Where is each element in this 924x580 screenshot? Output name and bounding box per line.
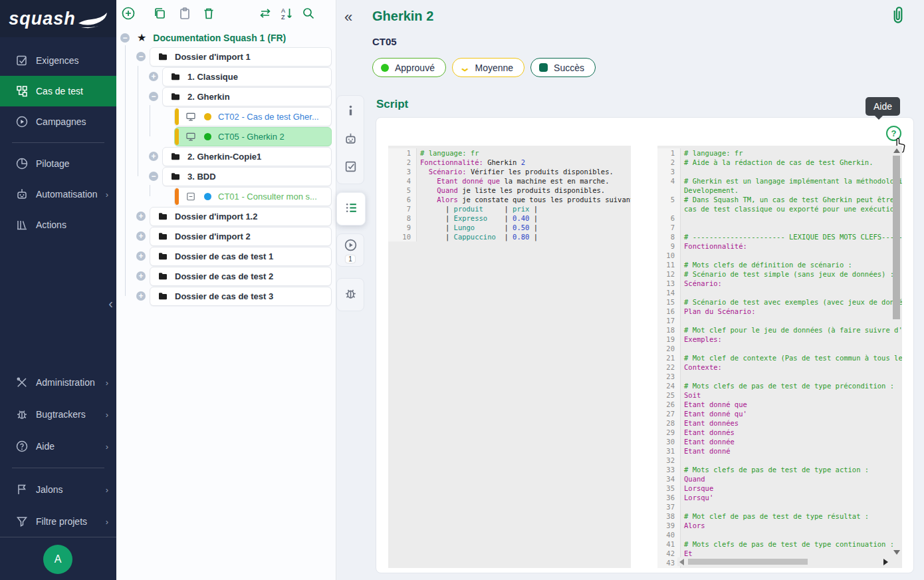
vertical-scrollbar[interactable] [892, 147, 901, 556]
code-text: Etant données [681, 418, 902, 428]
tree-expander-minus[interactable]: − [136, 52, 146, 61]
tree-rows: − Dossier d'import 1 + 1. Classique − 2.… [116, 0, 336, 580]
chevron-right-icon: › [106, 378, 108, 388]
tree-row[interactable]: 3. BDD [162, 167, 332, 186]
tree-expander-plus[interactable]: + [136, 291, 146, 301]
sidebar-item-administration[interactable]: Administration › [0, 366, 116, 398]
line-number: 24 [657, 381, 681, 390]
tree-expander-plus[interactable]: + [136, 231, 146, 241]
badge-moyenne[interactable]: ⌄Moyenne [452, 58, 524, 77]
tree-expander-plus[interactable]: + [136, 251, 146, 261]
tab-play-circle-icon[interactable]: 1 [338, 236, 363, 264]
importance-bar [175, 188, 179, 205]
tree-expander-minus[interactable]: − [149, 92, 158, 101]
chevron-right-icon: › [106, 485, 108, 495]
tree-row[interactable]: CT02 - Cas de test Gher... [174, 107, 332, 126]
help-tooltip: Aide [866, 97, 900, 116]
editor-line: 15 # Scénario de test avec exemples (ave… [657, 297, 902, 307]
sidebar-item-bugtrackers[interactable]: Bugtrackers › [0, 398, 116, 430]
vertical-scroll-thumb[interactable] [893, 156, 900, 319]
tree-row[interactable]: Dossier de cas de test 1 [150, 247, 332, 266]
tree-expander-plus[interactable]: + [136, 271, 146, 281]
code-text: # Mots clefs de pas de test de type acti… [681, 465, 902, 474]
sidebar-item-pilotage[interactable]: Pilotage [0, 148, 116, 179]
folder-icon [170, 72, 181, 82]
sidebar-item-campagnes[interactable]: Campagnes [0, 106, 116, 137]
tree-expander-minus[interactable]: − [149, 172, 158, 181]
tree-row[interactable]: Dossier d'import 2 [150, 227, 332, 246]
horizontal-scroll-thumb[interactable] [688, 559, 808, 565]
user-avatar[interactable]: A [43, 545, 72, 574]
line-number: 42 [657, 549, 681, 558]
tab-robot-icon[interactable] [338, 126, 363, 154]
sidebar-item-actions[interactable]: Actions [0, 210, 116, 240]
scroll-left-arrow[interactable] [679, 559, 684, 565]
line-number: 8 [657, 232, 681, 241]
sidebar-item-aide[interactable]: Aide › [0, 430, 116, 462]
scroll-up-arrow[interactable] [893, 148, 900, 153]
code-text: Et [681, 549, 902, 558]
sidebar-item-filtre-projets[interactable]: Filtre projets › [0, 506, 116, 537]
tree-row[interactable]: CT05 - Gherkin 2 [174, 127, 332, 146]
tree-row[interactable]: 2. Gherkin-Copie1 [162, 147, 332, 166]
sidebar-item-exigences[interactable]: Exigences [0, 45, 116, 76]
tree-row[interactable]: CT01 - Consulter mon s... [174, 187, 332, 206]
editor-line: 13 Scénario: [657, 279, 902, 288]
line-number: 16 [657, 307, 681, 316]
sidebar-item-cas-de-test[interactable]: Cas de test [0, 76, 116, 106]
badge-approuve[interactable]: Approuvé [372, 58, 446, 77]
code-text: Plan du Scénario: [681, 307, 902, 316]
editor-line: 2 Fonctionnalité: Gherkin 2 [388, 158, 631, 167]
tree-row[interactable]: Dossier de cas de test 2 [150, 267, 332, 286]
horizontal-scrollbar[interactable] [677, 557, 890, 566]
sidebar-item-label: Pilotage [36, 158, 70, 169]
tree-row-label: 1. Classique [187, 72, 238, 82]
editor-line: 32 [657, 456, 902, 465]
sidebar-item-label: Actions [36, 219, 66, 230]
status-badges: Approuvé⌄MoyenneSuccès [372, 58, 596, 77]
scroll-right-arrow[interactable] [883, 559, 888, 565]
tree-row[interactable]: Dossier d'import 1.2 [150, 207, 332, 226]
tree-expander-plus[interactable]: + [149, 72, 158, 81]
tree-expander-plus[interactable]: + [136, 212, 146, 221]
tree-expander-plus[interactable]: + [149, 152, 158, 161]
editor-line: 9 | Lungo | 0.50 | [388, 223, 631, 232]
script-panel: Aide ? 1 # language: fr 2 Fonctionnalité… [376, 117, 914, 573]
line-number: 18 [657, 325, 681, 335]
editor-line: 7 [657, 223, 902, 232]
editor-line: 29 Etant donnés [657, 428, 902, 437]
code-text [681, 316, 902, 325]
line-number: 37 [657, 502, 681, 511]
sidebar-nav: Exigences Cas de test Campagnes Pilotage… [0, 45, 116, 240]
line-number: 38 [657, 511, 681, 521]
squash-logo-text: squash [9, 9, 76, 29]
tab-checkbox-icon[interactable] [338, 154, 363, 182]
line-number: 1 [657, 148, 681, 158]
sidebar-collapse-button[interactable]: ‹ [108, 297, 113, 310]
tab-list-icon[interactable] [338, 195, 364, 223]
line-number: 17 [657, 316, 681, 325]
code-text: # Scénario de test simple (sans jeux de … [681, 269, 902, 279]
tree-row[interactable]: Dossier de cas de test 3 [150, 287, 332, 306]
help-icon[interactable]: ? [886, 126, 901, 141]
gherkin-help-editor[interactable]: 1 # language: fr 2 # Aide à la rédaction… [657, 146, 902, 568]
attachments-paperclip-icon[interactable] [889, 5, 907, 27]
gherkin-script-editor[interactable]: 1 # language: fr 2 Fonctionnalité: Gherk… [388, 146, 631, 568]
sidebar-item-automatisation[interactable]: Automatisation › [0, 179, 116, 210]
code-text: Quand je liste les produits disponibles. [417, 186, 631, 195]
tree-row[interactable]: Dossier d'import 1 [150, 47, 332, 67]
scroll-down-arrow[interactable] [893, 550, 900, 555]
page-title: Gherkin 2 [372, 9, 433, 24]
collapse-panel-icon[interactable]: « [344, 9, 352, 26]
squash-logo[interactable]: squash [0, 0, 116, 37]
tree-row[interactable]: 1. Classique [162, 67, 332, 86]
editor-line: 25 Soit [657, 390, 902, 400]
badge-succes[interactable]: Succès [530, 58, 596, 77]
tab-bug-icon[interactable] [338, 281, 363, 309]
code-text: Alors je constate que tous les produits … [417, 195, 631, 204]
play-circle-icon [344, 238, 358, 255]
sidebar-item-jalons[interactable]: Jalons › [0, 474, 116, 506]
code-text: # Mot clef de contexte (Pas de test comm… [681, 353, 902, 362]
sidebar-item-label: Aide [36, 441, 55, 452]
tree-row[interactable]: 2. Gherkin [162, 87, 332, 106]
